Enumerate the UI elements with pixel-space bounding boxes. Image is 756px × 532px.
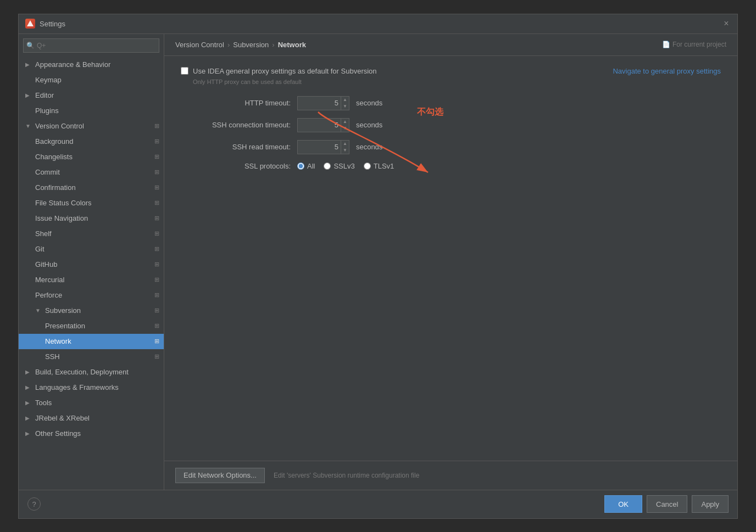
proxy-label[interactable]: Use IDEA general proxy settings as defau… xyxy=(193,67,377,75)
sidebar-item-keymap[interactable]: Keymap xyxy=(19,72,164,88)
sidebar-item-mercurial[interactable]: Mercurial ⊞ xyxy=(19,272,164,288)
sidebar-label-vc: Version Control xyxy=(35,122,84,130)
arrow-icon-jrebel: ▶ xyxy=(25,415,32,421)
edit-network-btn[interactable]: Edit Network Options... xyxy=(175,468,265,483)
sidebar-item-other[interactable]: ▶ Other Settings xyxy=(19,426,164,441)
breadcrumb-part2: Subversion xyxy=(233,41,269,49)
ssl-sslv3-radio[interactable] xyxy=(324,163,331,170)
sidebar-item-tools[interactable]: ▶ Tools xyxy=(19,395,164,411)
arrow-icon-svn: ▼ xyxy=(35,307,42,313)
sidebar-item-ssh[interactable]: SSH ⊞ xyxy=(19,349,164,365)
ssl-all-option[interactable]: All xyxy=(297,162,315,170)
panel-wrapper: Use IDEA general proxy settings as defau… xyxy=(164,56,737,490)
proxy-hint: Only HTTP proxy can be used as default xyxy=(193,79,721,85)
vc-settings-icon: ⊞ xyxy=(154,122,159,130)
ssl-tlsv1-option[interactable]: TLSv1 xyxy=(364,162,394,170)
search-icon: 🔍 xyxy=(26,42,35,49)
ssl-sslv3-option[interactable]: SSLv3 xyxy=(324,162,354,170)
sidebar-item-shelf[interactable]: Shelf ⊞ xyxy=(19,226,164,242)
sidebar-item-languages[interactable]: ▶ Languages & Frameworks xyxy=(19,380,164,395)
search-input[interactable] xyxy=(23,38,159,53)
navigate-link[interactable]: Navigate to general proxy settings xyxy=(613,67,721,75)
sidebar-item-changelists[interactable]: Changelists ⊞ xyxy=(19,149,164,165)
confirmation-icon: ⊞ xyxy=(154,184,159,191)
ssh-read-spinner[interactable]: ▲ ▼ xyxy=(297,140,349,154)
github-icon: ⊞ xyxy=(154,261,159,268)
help-button[interactable]: ? xyxy=(27,497,41,511)
search-box[interactable]: 🔍 xyxy=(23,38,159,53)
ssl-tlsv1-radio[interactable] xyxy=(364,163,371,170)
project-label: For current project xyxy=(672,41,726,48)
arrow-icon-other: ▶ xyxy=(25,430,32,436)
sidebar-item-version-control[interactable]: ▼ Version Control ⊞ xyxy=(19,119,164,134)
sidebar-item-jrebel[interactable]: ▶ JRebel & XRebel xyxy=(19,411,164,426)
ssh-conn-down[interactable]: ▼ xyxy=(341,125,349,132)
ssh-read-down[interactable]: ▼ xyxy=(341,147,349,154)
project-icon: 📄 xyxy=(662,41,670,48)
http-timeout-units: seconds xyxy=(356,99,382,107)
arrow-icon-build: ▶ xyxy=(25,369,32,375)
project-link[interactable]: 📄 For current project xyxy=(662,41,726,48)
http-timeout-btns: ▲ ▼ xyxy=(341,96,349,110)
sidebar-item-commit[interactable]: Commit ⊞ xyxy=(19,165,164,180)
sidebar-label-keymap: Keymap xyxy=(35,76,62,84)
cancel-button[interactable]: Cancel xyxy=(647,495,687,513)
sidebar-label-tools: Tools xyxy=(35,399,52,407)
ssh-read-units: seconds xyxy=(356,143,382,151)
sidebar-item-subversion[interactable]: ▼ Subversion ⊞ xyxy=(19,303,164,318)
ok-button[interactable]: OK xyxy=(604,495,642,513)
sidebar-item-editor[interactable]: ▶ Editor xyxy=(19,88,164,103)
sidebar-item-build[interactable]: ▶ Build, Execution, Deployment xyxy=(19,365,164,380)
sidebar-item-network[interactable]: Network ⊞ xyxy=(19,334,164,349)
ssh-read-up[interactable]: ▲ xyxy=(341,141,349,147)
http-timeout-down[interactable]: ▼ xyxy=(341,103,349,110)
settings-panel: Use IDEA general proxy settings as defau… xyxy=(164,56,737,461)
ssh-read-input[interactable] xyxy=(297,140,341,154)
sidebar-label-editor: Editor xyxy=(35,91,54,99)
breadcrumb-sep1: › xyxy=(227,41,230,49)
sidebar-item-perforce[interactable]: Perforce ⊞ xyxy=(19,288,164,303)
sidebar-item-git[interactable]: Git ⊞ xyxy=(19,242,164,257)
sidebar-item-presentation[interactable]: Presentation ⊞ xyxy=(19,318,164,334)
sidebar: 🔍 ▶ Appearance & Behavior Keymap ▶ xyxy=(19,34,164,490)
breadcrumb-part3: Network xyxy=(278,41,306,49)
close-button[interactable]: × xyxy=(722,19,731,28)
sidebar-label-git: Git xyxy=(35,245,45,253)
ssh-conn-input[interactable] xyxy=(297,118,341,132)
main-content: Version Control › Subversion › Network 📄… xyxy=(164,34,737,490)
sidebar-item-background[interactable]: Background ⊞ xyxy=(19,134,164,149)
sidebar-label-presentation: Presentation xyxy=(45,322,85,330)
http-timeout-spinner[interactable]: ▲ ▼ xyxy=(297,96,349,110)
http-timeout-up[interactable]: ▲ xyxy=(341,97,349,103)
sidebar-item-appearance[interactable]: ▶ Appearance & Behavior xyxy=(19,57,164,72)
ssh-conn-spinner[interactable]: ▲ ▼ xyxy=(297,118,349,132)
apply-button[interactable]: Apply xyxy=(692,495,729,513)
sidebar-label-commit: Commit xyxy=(35,168,60,176)
sidebar-label-ssh: SSH xyxy=(45,352,60,361)
http-timeout-input[interactable] xyxy=(297,96,341,110)
ssh-conn-label: SSH connection timeout: xyxy=(181,121,291,129)
sidebar-item-issue-nav[interactable]: Issue Navigation ⊞ xyxy=(19,211,164,226)
background-icon: ⊞ xyxy=(154,138,159,145)
proxy-checkbox[interactable] xyxy=(181,67,188,75)
proxy-checkbox-wrap: Use IDEA general proxy settings as defau… xyxy=(181,67,613,75)
ssh-read-btns: ▲ ▼ xyxy=(341,140,349,154)
ssh-conn-up[interactable]: ▲ xyxy=(341,119,349,125)
ssh-conn-timeout-row: SSH connection timeout: ▲ ▼ seconds xyxy=(181,118,721,132)
ssl-all-radio[interactable] xyxy=(297,163,304,170)
sidebar-item-github[interactable]: GitHub ⊞ xyxy=(19,257,164,272)
ssl-tlsv1-label: TLSv1 xyxy=(374,162,394,170)
sidebar-item-file-status[interactable]: File Status Colors ⊞ xyxy=(19,195,164,211)
settings-dialog: Settings × 🔍 ▶ Appearance & Behavior Key… xyxy=(18,14,738,519)
commit-icon: ⊞ xyxy=(154,169,159,176)
sidebar-label-changelists: Changelists xyxy=(35,153,73,161)
ssl-label: SSL protocols: xyxy=(181,162,291,170)
sidebar-item-plugins[interactable]: Plugins xyxy=(19,103,164,119)
breadcrumb-part1: Version Control xyxy=(175,41,224,49)
issue-nav-icon: ⊞ xyxy=(154,215,159,222)
file-status-icon: ⊞ xyxy=(154,199,159,206)
sidebar-label-perforce: Perforce xyxy=(35,291,62,299)
arrow-icon-vc: ▼ xyxy=(25,123,32,129)
sidebar-item-confirmation[interactable]: Confirmation ⊞ xyxy=(19,180,164,195)
ssl-row: SSL protocols: All SSLv3 xyxy=(181,162,721,170)
